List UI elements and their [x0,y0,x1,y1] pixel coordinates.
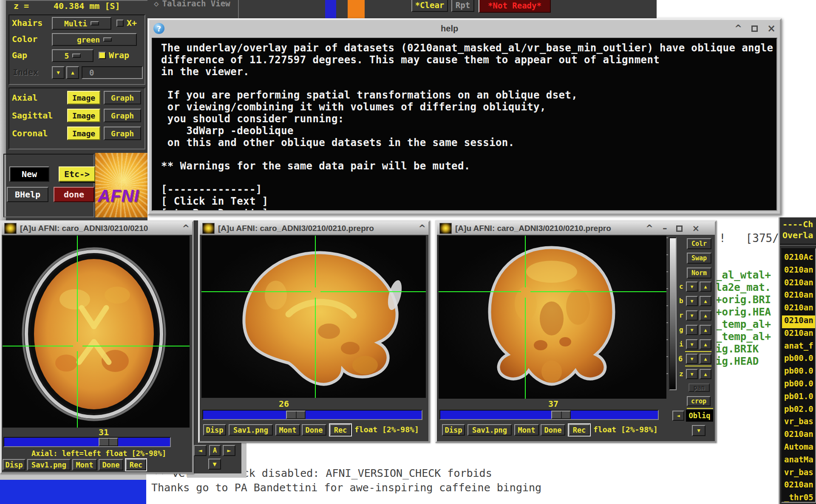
etc-button[interactable]: Etc-> [59,166,95,182]
left-arrow-button[interactable]: ◄ [194,445,207,456]
coronal-brain-image[interactable] [439,236,666,399]
obliq-toggle[interactable]: Obliq [686,410,713,422]
done-button[interactable]: Done [541,424,565,436]
overlay-list-item[interactable]: 0210an [782,290,815,303]
xplus-checkbox[interactable] [116,20,124,27]
i-up-button[interactable]: ▲ [700,339,711,349]
sagittal-graph-button[interactable]: Graph [104,109,141,122]
overlay-list-item[interactable]: _thr05 [782,493,815,503]
swap-button[interactable]: Swap [687,253,711,264]
sagittal-viewer-titlebar[interactable]: [A]u AFNI: caro_ADNI3/0210/0210.prepro ^ [200,222,428,235]
norm-button[interactable]: Norm [687,267,711,279]
index-down-button[interactable]: ▼ [52,66,65,79]
c-down-button[interactable]: ▼ [686,282,698,292]
done-button[interactable]: Done [99,459,123,470]
b-up-button[interactable]: ▲ [700,296,711,306]
overlay-list-item[interactable]: 0210an [782,278,815,290]
rpt-button[interactable]: Rpt [451,0,474,12]
help-dialog-titlebar[interactable]: ? help ^ × [149,20,780,37]
overlay-list-item[interactable]: vr_bas [782,467,815,480]
sagittal-image-button[interactable]: Image [67,109,100,122]
axial-graph-button[interactable]: Graph [104,91,141,104]
overlay-list-item[interactable]: 0210an [782,303,815,315]
overlay-list-item[interactable]: pb00.0 [782,353,815,366]
shade-icon[interactable]: ^ [182,224,190,233]
overlay-list-item[interactable]: 0210an [782,328,815,341]
bhelp-button[interactable]: BHelp [7,187,48,202]
save-button[interactable]: Sav1.png [468,424,512,436]
right-arrow-button[interactable]: ► [223,445,235,456]
overlay-list-item[interactable]: pb01.0 [782,391,815,404]
talairach-view-option[interactable]: ◇ Talairach View [154,0,230,8]
overlay-list-item[interactable]: 0210an [782,315,815,328]
overlay-list-item[interactable]: pb02.0 [782,404,815,417]
z-down-button[interactable]: ▼ [686,369,698,379]
six-up-button[interactable]: ▲ [700,354,711,364]
overlay-list-item[interactable]: anatMa [782,455,815,467]
a-button[interactable]: A [209,445,221,456]
close-icon[interactable]: × [692,224,700,233]
r-up-button[interactable]: ▲ [700,310,711,321]
intensity-bar[interactable] [669,237,677,390]
sagittal-slice-slider[interactable] [202,410,422,420]
overlay-list-item[interactable]: anat_f [782,341,815,354]
mont-button[interactable]: Mont [514,424,539,436]
coronal-graph-button[interactable]: Graph [104,127,141,140]
axial-viewer-titlebar[interactable]: [A]u AFNI: caro_ADNI3/0210/0210 ^ [2,222,192,235]
down-arrow-button[interactable]: ▼ [208,459,221,470]
slider-thumb[interactable] [551,411,571,419]
overlay-list-item[interactable]: 0210an [782,429,815,442]
minimize-icon[interactable]: – [663,224,667,233]
i-down-button[interactable]: ▼ [686,339,698,349]
index-field[interactable]: 0 [82,66,143,79]
overlay-list-item[interactable]: Automa [782,442,815,455]
axial-brain-image[interactable] [3,236,190,428]
coronal-slice-slider[interactable] [439,410,659,420]
z-up-button[interactable]: ▲ [700,369,711,379]
pan-button[interactable]: pan [688,383,710,392]
mont-button[interactable]: Mont [275,424,300,436]
colr-button[interactable]: Colr [687,238,711,249]
disp-button[interactable]: Disp [3,459,26,470]
save-button[interactable]: Sav1.png [229,424,273,436]
coronal-image-button[interactable]: Image [67,127,100,140]
xhairs-menu[interactable]: Multi [52,17,111,30]
obliq-menu-button[interactable]: ▼ [692,425,706,436]
overlay-list-item[interactable]: pb00.0 [782,366,815,379]
done-button[interactable]: Done [302,424,326,436]
index-up-button[interactable]: ▲ [66,66,79,79]
coronal-viewer-titlebar[interactable]: [A]u AFNI: caro_ADNI3/0210/0210.prepro ^… [437,222,715,235]
disp-button[interactable]: Disp [442,424,465,436]
rec-button[interactable]: Rec [569,424,590,436]
obliq-left-arrow-button[interactable]: ◄ [672,411,684,421]
new-button[interactable]: New [9,166,49,182]
overlay-list-item[interactable]: 0210Ac [782,252,815,265]
done-button[interactable]: done [54,187,94,202]
six-down-button[interactable]: ▼ [686,354,698,364]
rec-button[interactable]: Rec [330,424,351,436]
save-button[interactable]: Sav1.png [27,459,71,470]
disp-button[interactable]: Disp [203,424,226,436]
help-message-text[interactable]: The underlay/overlay pair of datasets (0… [152,38,777,211]
clear-button[interactable]: *Clear [411,0,448,12]
overlay-list-item[interactable]: 0210an [782,265,815,278]
axial-slice-slider[interactable] [3,437,171,447]
overlay-list[interactable]: 0210Ac 0210an 0210an 0210an 0210an 0210a… [781,248,816,503]
mont-button[interactable]: Mont [72,459,97,470]
close-icon[interactable]: × [767,23,776,34]
maximize-icon[interactable] [751,25,758,32]
b-down-button[interactable]: ▼ [686,296,698,306]
g-down-button[interactable]: ▼ [686,325,698,335]
slider-thumb[interactable] [286,411,306,419]
shade-icon[interactable]: ^ [646,224,653,233]
overlay-list-item[interactable]: vr_bas [782,417,815,429]
g-up-button[interactable]: ▲ [700,325,711,335]
shade-icon[interactable]: ^ [734,24,742,33]
axial-image-button[interactable]: Image [67,91,100,104]
slider-thumb[interactable] [99,438,118,446]
wrap-checkbox[interactable] [99,52,106,59]
color-menu[interactable]: green [52,33,137,46]
gap-menu[interactable]: 5 [52,49,94,62]
overlay-list-item[interactable]: 0210an [782,480,815,493]
sagittal-brain-image[interactable] [201,236,426,398]
